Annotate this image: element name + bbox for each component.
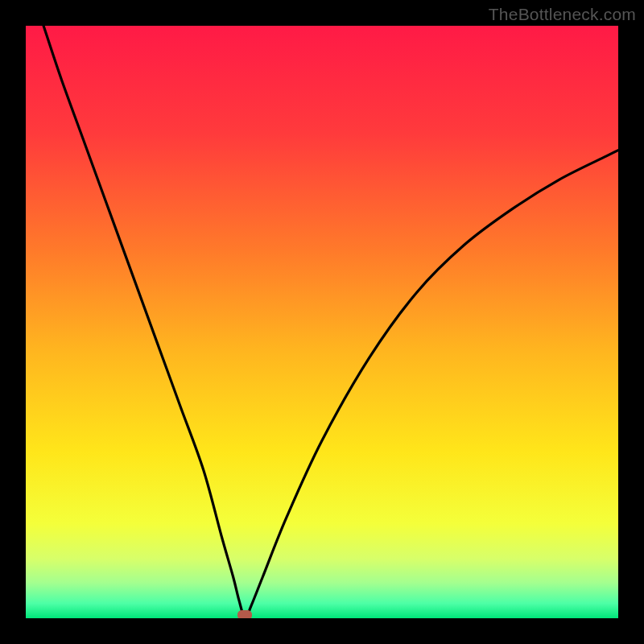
optimal-point-marker — [237, 610, 252, 618]
bottleneck-curve — [26, 26, 618, 618]
watermark-label: TheBottleneck.com — [489, 5, 636, 24]
plot-area — [26, 26, 618, 618]
chart-frame: TheBottleneck.com — [0, 0, 644, 644]
